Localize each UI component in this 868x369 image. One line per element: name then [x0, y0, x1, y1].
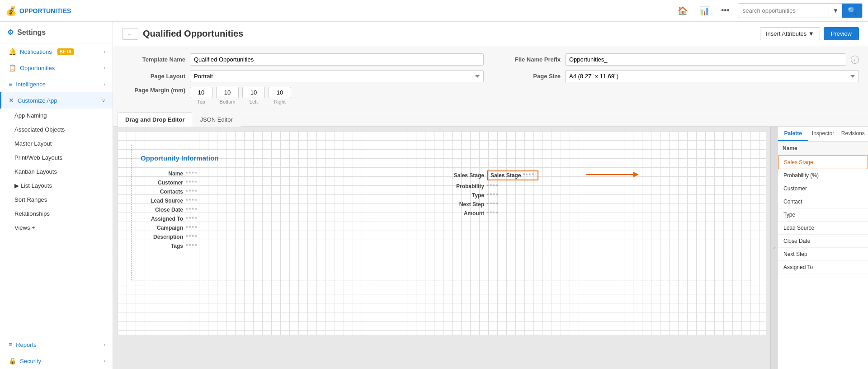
home-button[interactable]: 🏠	[674, 3, 691, 19]
template-name-input[interactable]	[190, 53, 484, 66]
opp-value-close-date: ****	[186, 207, 198, 213]
opp-field-type: Type ****	[442, 191, 743, 200]
page-size-row: Page Size A4 (8.27" x 11.69")	[497, 70, 859, 82]
opp-label-lead-source: Lead Source	[141, 198, 186, 204]
opp-value-type: ****	[487, 192, 499, 199]
opportunity-section: Opportunity Information Name **** Custom…	[131, 145, 752, 280]
insert-attributes-label: Insert Attributes ▼	[766, 30, 814, 37]
palette-item-customer[interactable]: Customer	[778, 182, 868, 195]
sidebar-item-opportunities[interactable]: 📋 Opportunities ›	[0, 60, 113, 76]
opp-label-description: Description	[141, 234, 186, 240]
back-button[interactable]: ←	[122, 28, 138, 40]
page-size-label: Page Size	[497, 73, 561, 80]
top-nav: 💰 OPPORTUNITIES 🏠 📊 ••• ▼ 🔍	[0, 0, 868, 22]
chevron-right-icon: ›	[104, 65, 105, 71]
canvas-wrapper[interactable]: Opportunity Information Name **** Custom…	[113, 127, 770, 369]
sub-menu-master-layout[interactable]: Master Layout	[0, 137, 113, 151]
palette-item-next-step[interactable]: Next Step	[778, 248, 868, 261]
page-layout-label: Page Layout	[122, 73, 185, 80]
palette-name-header: Name	[778, 142, 868, 156]
search-input[interactable]	[738, 5, 829, 17]
opp-label-type: Type	[442, 192, 487, 199]
tab-palette[interactable]: Palette	[778, 127, 808, 141]
sales-stage-highlighted: Sales Stage ****	[487, 170, 538, 180]
info-icon[interactable]: i	[851, 56, 859, 64]
beta-badge: BETA	[57, 48, 74, 55]
opp-field-campaign: Campaign ****	[141, 223, 442, 232]
sub-menu-relationships[interactable]: Relationships	[0, 207, 113, 221]
opp-value-contacts: ****	[186, 189, 198, 195]
content-header: ← Qualified Opportunities Insert Attribu…	[113, 22, 868, 46]
palette-item-close-date[interactable]: Close Date	[778, 235, 868, 248]
palette-item-type[interactable]: Type	[778, 208, 868, 222]
opp-label-assigned-to: Assigned To	[141, 216, 186, 222]
collapse-handle[interactable]: ‹	[770, 127, 778, 369]
opp-label-name: Name	[141, 170, 186, 177]
margin-left-input[interactable]	[242, 87, 265, 98]
page-layout-select[interactable]: Portrait	[190, 70, 484, 82]
more-button[interactable]: •••	[717, 3, 733, 18]
sidebar-item-security[interactable]: 🔒 Security ›	[0, 353, 113, 369]
sidebar-intelligence-label: Intelligence	[16, 81, 46, 88]
opp-value-campaign: ****	[186, 225, 198, 231]
palette-item-sales-stage[interactable]: Sales Stage	[778, 156, 868, 169]
sub-menu-list-layouts[interactable]: ▶ List Layouts	[0, 179, 113, 193]
sidebar-title: Settings	[17, 28, 46, 37]
sidebar-item-reports[interactable]: ≡ Reports ›	[0, 336, 113, 353]
opp-field-amount: Amount ****	[442, 209, 743, 218]
opp-label-probability: Probability	[442, 183, 487, 189]
opp-right-fields: Sales Stage Sales Stage ****	[442, 169, 743, 251]
tab-revisions[interactable]: Revisions	[838, 127, 868, 141]
sidebar-item-customize-app[interactable]: ✕ Customize App ∨	[0, 92, 113, 109]
sub-menu-views[interactable]: Views +	[0, 221, 113, 235]
tab-json-editor[interactable]: JSON Editor	[192, 112, 240, 127]
margin-top-input[interactable]	[190, 87, 212, 98]
main-layout: ⚙ Settings 🔔 Notifications BETA › 📋 Oppo…	[0, 22, 868, 369]
opp-label-sales-stage: Sales Stage	[442, 172, 487, 179]
sidebar-opportunities-label: Opportunities	[20, 65, 55, 71]
content-area: ← Qualified Opportunities Insert Attribu…	[113, 22, 868, 369]
opp-value-probability: ****	[487, 183, 499, 189]
search-container: ▼ 🔍	[738, 3, 863, 18]
chevron-right-icon: ›	[104, 81, 105, 87]
file-name-prefix-input[interactable]	[565, 53, 846, 66]
page-size-select[interactable]: A4 (8.27" x 11.69")	[565, 70, 859, 82]
palette-item-contact[interactable]: Contact	[778, 195, 868, 208]
app-title: OPPORTUNITIES	[19, 7, 71, 14]
page-title: Qualified Opportunities	[143, 28, 243, 39]
sub-menu-associated-objects[interactable]: Associated Objects	[0, 123, 113, 137]
margin-inputs: Top Bottom Left	[190, 87, 291, 104]
opp-value-lead-source: ****	[186, 198, 198, 204]
opp-left-fields: Name **** Customer **** Contacts ****	[141, 169, 442, 251]
editor-tabs: Drag and Drop Editor JSON Editor	[113, 112, 868, 127]
page-margin-row: Page Margin (mm) Top Bottom	[122, 87, 484, 104]
opp-value-assigned-to: ****	[186, 216, 198, 222]
opp-label-next-step: Next Step	[442, 201, 487, 208]
margin-bottom-input[interactable]	[216, 87, 239, 98]
palette-item-probability[interactable]: Probability (%)	[778, 169, 868, 182]
tab-drag-drop[interactable]: Drag and Drop Editor	[118, 112, 192, 127]
search-submit-button[interactable]: 🔍	[842, 4, 862, 18]
palette-item-assigned-to[interactable]: Assigned To	[778, 261, 868, 274]
margin-left-label: Left	[250, 99, 258, 104]
file-name-prefix-row: File Name Prefix i	[497, 53, 859, 66]
opp-label-campaign: Campaign	[141, 225, 186, 231]
insert-attributes-button[interactable]: Insert Attributes ▼	[760, 27, 820, 40]
opp-label-amount: Amount	[442, 210, 487, 217]
search-dropdown-button[interactable]: ▼	[829, 5, 842, 17]
sub-menu-app-naming[interactable]: App Naming	[0, 109, 113, 123]
sidebar-item-notifications[interactable]: 🔔 Notifications BETA ›	[0, 43, 113, 60]
palette-item-lead-source[interactable]: Lead Source	[778, 222, 868, 235]
reports-icon: ≡	[9, 341, 12, 348]
margin-right-input[interactable]	[269, 87, 291, 98]
opp-field-close-date: Close Date ****	[141, 205, 442, 214]
preview-button[interactable]: Preview	[824, 27, 859, 40]
chart-button[interactable]: 📊	[696, 3, 713, 19]
sub-menu-print-web-layouts[interactable]: Print/Web Layouts	[0, 151, 113, 165]
tab-inspector[interactable]: Inspector	[808, 127, 838, 141]
opp-field-sales-stage: Sales Stage Sales Stage ****	[442, 169, 743, 182]
sidebar-item-intelligence[interactable]: ≡ Intelligence ›	[0, 76, 113, 92]
sub-menu-sort-ranges[interactable]: Sort Ranges	[0, 193, 113, 207]
sub-menu-kanban-layouts[interactable]: Kanban Layouts	[0, 165, 113, 179]
opp-value-sales-stage: Sales Stage	[491, 172, 521, 179]
